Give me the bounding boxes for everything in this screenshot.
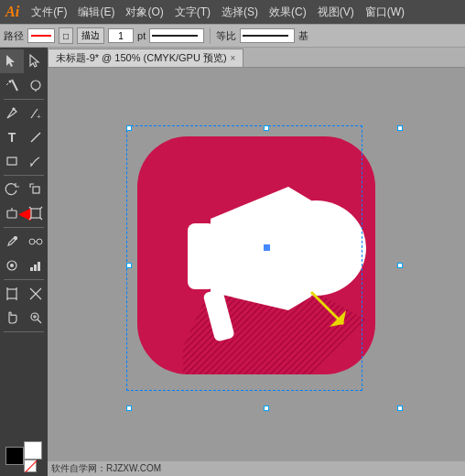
menu-effect[interactable]: 效果(C) (265, 3, 311, 22)
svg-line-4 (6, 83, 8, 85)
menu-select[interactable]: 选择(S) (217, 3, 263, 22)
watermark-bar: 软件自学网：RJZXW.COM (48, 461, 465, 476)
no-fill-swatch[interactable] (24, 460, 37, 472)
menu-file[interactable]: 文件(F) (27, 3, 71, 22)
menu-window[interactable]: 窗口(W) (361, 3, 409, 22)
selection-bbox (126, 125, 362, 391)
svg-line-34 (38, 319, 41, 323)
path-label: 路径 (4, 29, 24, 43)
artboard-btn[interactable] (0, 282, 24, 306)
handle-mid-right[interactable] (397, 263, 403, 268)
tool-row-selection (0, 49, 48, 73)
menu-edit[interactable]: 编辑(E) (73, 3, 119, 22)
canvas-wrapper[interactable] (48, 68, 465, 461)
pencil-btn[interactable] (24, 149, 48, 173)
svg-line-2 (12, 80, 17, 91)
handle-bot-center[interactable] (264, 406, 269, 411)
svg-marker-1 (30, 55, 38, 67)
pt-unit-label: pt (137, 30, 146, 41)
tool-row-shape (0, 149, 48, 173)
handle-top-left[interactable] (126, 125, 132, 131)
svg-line-9 (31, 133, 40, 142)
svg-point-21 (37, 239, 42, 244)
tool-sep-3 (4, 227, 44, 228)
svg-rect-12 (7, 211, 16, 218)
magic-wand-btn[interactable] (0, 73, 24, 97)
svg-rect-26 (34, 265, 37, 271)
tool-row-artboard (0, 282, 48, 306)
handle-mid-left[interactable] (126, 263, 132, 268)
line-btn[interactable] (24, 125, 48, 149)
stroke-width-input[interactable] (108, 28, 134, 43)
menu-view[interactable]: 视图(V) (313, 3, 359, 22)
eyedropper-btn[interactable] (0, 230, 24, 254)
rotate-btn[interactable] (0, 178, 24, 201)
lasso-btn[interactable] (24, 73, 48, 97)
shaper-btn[interactable]: ◀ (0, 201, 24, 225)
canvas-area: 未标题-9* @ 150% (CMYK/GPU 预览) × (48, 48, 465, 476)
tool-row-transform (0, 178, 48, 201)
tool-row-hand (0, 306, 48, 330)
type-btn[interactable]: T (0, 125, 24, 149)
title-bar: Ai 文件(F) 编辑(E) 对象(O) 文字(T) 选择(S) 效果(C) 视… (0, 0, 465, 24)
selection-tool-btn[interactable] (0, 49, 24, 73)
slice-btn[interactable] (24, 282, 48, 306)
direct-selection-tool-btn[interactable] (24, 49, 48, 73)
svg-line-17 (29, 218, 31, 220)
hand-btn[interactable] (0, 306, 24, 330)
document-tab[interactable]: 未标题-9* @ 150% (CMYK/GPU 预览) × (48, 49, 243, 67)
svg-point-3 (9, 81, 12, 83)
tool-sep-2 (4, 175, 44, 176)
watermark-text: 软件自学网：RJZXW.COM (51, 462, 161, 475)
tool-row-type: T (0, 125, 48, 149)
yellow-arrow-indicator (302, 283, 357, 338)
svg-rect-28 (7, 289, 16, 298)
fill-color-swatch[interactable] (24, 441, 42, 460)
tool-sep-5 (4, 331, 44, 332)
scale-btn[interactable] (24, 178, 48, 201)
free-transform-btn[interactable] (24, 201, 48, 225)
handle-top-right[interactable] (397, 125, 403, 131)
tool-sep-1 (4, 99, 44, 100)
svg-point-5 (31, 81, 40, 90)
svg-line-18 (40, 218, 42, 220)
tool-row-shaper: ◀ (0, 201, 48, 225)
svg-line-15 (29, 207, 31, 209)
stroke-type-btn[interactable]: 描边 (77, 27, 104, 44)
tool-row-symbol (0, 254, 48, 277)
stroke-color-swatch[interactable] (5, 447, 24, 465)
ratio-label: 等比 (216, 29, 236, 43)
svg-line-16 (40, 207, 42, 209)
tab-close-btn[interactable]: × (231, 53, 236, 63)
menu-object[interactable]: 对象(O) (121, 3, 168, 22)
handle-bot-left[interactable] (126, 406, 132, 411)
add-anchor-btn[interactable]: + (24, 102, 48, 125)
handle-top-center[interactable] (264, 125, 269, 131)
svg-rect-14 (31, 209, 40, 218)
svg-point-19 (15, 237, 17, 240)
symbol-btn[interactable] (0, 254, 24, 277)
tool-row-eyedrop (0, 230, 48, 254)
tool-row-pen: + (0, 102, 48, 125)
svg-text:+: + (37, 113, 41, 121)
zoom-btn[interactable] (24, 306, 48, 330)
svg-marker-0 (6, 55, 15, 67)
tab-bar: 未标题-9* @ 150% (CMYK/GPU 预览) × (48, 48, 465, 68)
rectangle-btn[interactable] (0, 149, 24, 173)
graph-btn[interactable] (24, 254, 48, 277)
stroke-color-preview[interactable] (27, 28, 55, 43)
fill-square-btn[interactable]: □ (59, 27, 73, 44)
blend-btn[interactable] (24, 230, 48, 254)
ratio-preview[interactable] (240, 28, 295, 43)
pen-btn[interactable] (0, 102, 24, 125)
dash-style-preview[interactable] (149, 28, 204, 43)
toolbar: + T (0, 48, 48, 476)
svg-point-20 (29, 239, 35, 244)
menu-type[interactable]: 文字(T) (170, 3, 215, 22)
handle-bot-right[interactable] (397, 406, 403, 411)
artboard (101, 109, 412, 420)
ai-logo: Ai (5, 4, 19, 20)
main-area: + T (0, 48, 465, 476)
tab-title: 未标题-9* @ 150% (CMYK/GPU 预览) (56, 51, 227, 65)
svg-rect-27 (38, 262, 40, 271)
